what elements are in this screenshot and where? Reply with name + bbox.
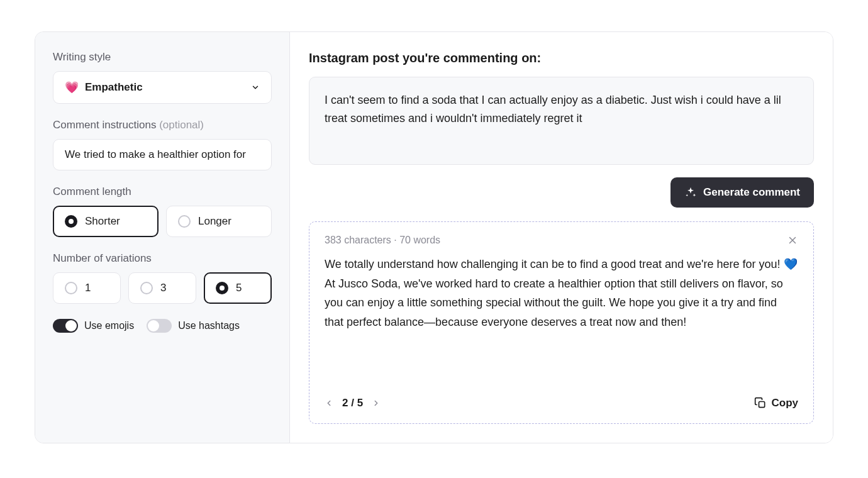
main-panel: Instagram post you're commenting on: I c…: [290, 32, 833, 443]
hashtags-toggle[interactable]: Use hashtags: [147, 319, 240, 333]
svg-rect-2: [759, 402, 764, 408]
result-pager: 2 / 5: [325, 397, 381, 409]
post-heading: Instagram post you're commenting on:: [309, 51, 814, 65]
result-meta: 383 characters · 70 words: [325, 235, 440, 246]
emojis-toggle[interactable]: Use emojis: [53, 319, 134, 333]
chevron-right-icon[interactable]: [372, 399, 381, 408]
variations-5-button[interactable]: 5: [204, 272, 272, 304]
writing-style-value-wrap: 💗 Empathetic: [65, 81, 143, 94]
close-icon[interactable]: [787, 235, 798, 246]
copy-button-label: Copy: [772, 397, 799, 409]
instructions-label: Comment instructions (optional): [53, 119, 272, 131]
result-text: We totally understand how challenging it…: [325, 255, 798, 386]
writing-style-select[interactable]: 💗 Empathetic: [53, 71, 272, 104]
length-label: Comment length: [53, 186, 272, 198]
generate-button-label: Generate comment: [703, 186, 800, 199]
variations-3-label: 3: [160, 282, 166, 294]
hashtags-toggle-label: Use hashtags: [178, 320, 240, 331]
length-shorter-button[interactable]: Shorter: [53, 206, 159, 237]
app-container: Writing style 💗 Empathetic Comment instr…: [35, 31, 833, 443]
settings-sidebar: Writing style 💗 Empathetic Comment instr…: [35, 32, 290, 443]
post-text: I can't seem to find a soda that I can a…: [325, 94, 781, 125]
radio-selected-icon: [65, 215, 77, 228]
instructions-input[interactable]: [53, 139, 272, 170]
variations-1-label: 1: [85, 282, 91, 294]
generate-button[interactable]: Generate comment: [670, 177, 814, 208]
variations-5-label: 5: [236, 282, 242, 294]
pager-position: 2 / 5: [342, 397, 363, 409]
copy-icon: [754, 397, 767, 409]
radio-icon: [140, 282, 153, 294]
length-shorter-label: Shorter: [85, 215, 120, 228]
writing-style-label: Writing style: [53, 51, 272, 64]
heart-icon: 💗: [65, 81, 79, 94]
chevron-left-icon[interactable]: [325, 399, 333, 408]
toggle-off-icon: [147, 319, 172, 333]
result-footer: 2 / 5 Copy: [325, 397, 798, 409]
variations-radio-group: 1 3 5: [53, 272, 272, 304]
post-textarea[interactable]: I can't seem to find a soda that I can a…: [309, 77, 814, 165]
result-header: 383 characters · 70 words: [325, 235, 798, 246]
chevron-down-icon: [251, 83, 260, 92]
writing-style-value: Empathetic: [85, 81, 143, 94]
variations-3-button[interactable]: 3: [128, 272, 196, 304]
emojis-toggle-label: Use emojis: [84, 320, 134, 331]
variations-label: Number of variations: [53, 252, 272, 265]
length-radio-group: Shorter Longer: [53, 206, 272, 237]
length-longer-label: Longer: [198, 215, 231, 228]
result-card: 383 characters · 70 words We totally und…: [309, 221, 814, 424]
generate-row: Generate comment: [309, 177, 814, 208]
length-longer-button[interactable]: Longer: [166, 206, 272, 237]
toggle-row: Use emojis Use hashtags: [53, 319, 272, 333]
sparkles-icon: [684, 186, 697, 199]
copy-button[interactable]: Copy: [754, 397, 799, 409]
radio-selected-icon: [216, 282, 228, 294]
variations-1-button[interactable]: 1: [53, 272, 121, 304]
radio-icon: [178, 215, 191, 228]
toggle-on-icon: [53, 319, 78, 333]
radio-icon: [65, 282, 77, 294]
